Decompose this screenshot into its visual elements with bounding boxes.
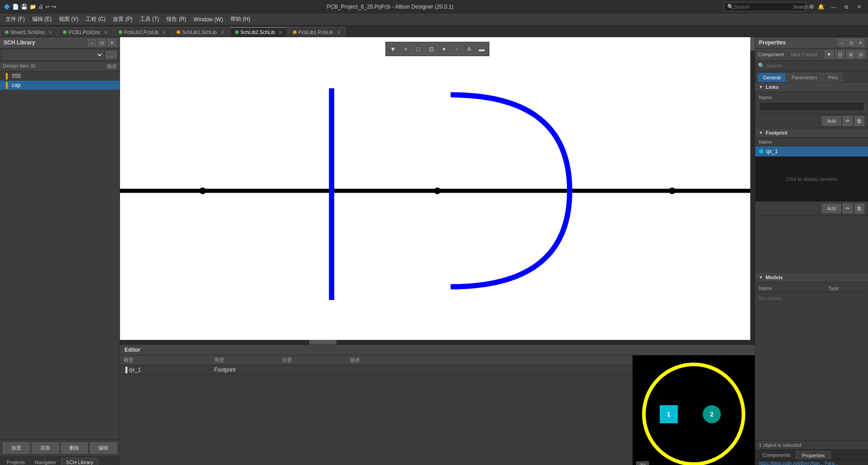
tab-pcb1[interactable]: PCB1.PcbDoc ✕ xyxy=(58,27,112,37)
tool-line[interactable]: ▬ xyxy=(476,44,488,54)
footprint-section-header[interactable]: ▼ Footprint xyxy=(755,128,868,138)
menu-place[interactable]: 放置 (P) xyxy=(109,15,136,24)
tab-sheet1[interactable]: Sheet1.SchDoc ✕ xyxy=(0,27,57,37)
prop-search-icon: 🔍 xyxy=(758,63,765,69)
component-filter-select[interactable] xyxy=(3,50,104,59)
fp-actions: Add ✏ 🗑 xyxy=(755,202,868,216)
settings-icon[interactable]: ⚙ xyxy=(809,4,814,10)
rbt-components[interactable]: Components xyxy=(757,451,796,460)
links-name-input[interactable] xyxy=(759,102,864,111)
tool-filter[interactable]: ▼ xyxy=(387,44,399,54)
fp-delete-icon[interactable]: 🗑 xyxy=(854,203,864,213)
comp-name-cap: cap xyxy=(12,82,117,88)
menubar: 文件 (F) 编辑 (E) 视图 (V) 工程 (C) 放置 (P) 工具 (T… xyxy=(0,14,868,25)
edit-btn[interactable]: 编辑 xyxy=(90,442,117,454)
comp-item-cap[interactable]: ▐ cap xyxy=(0,81,120,90)
menu-file[interactable]: 文件 (F) xyxy=(2,15,29,24)
tab-dot-schlib2 xyxy=(235,30,239,34)
add-btn[interactable]: 添加 xyxy=(32,442,59,454)
fp-preview-area[interactable]: Click to display preview xyxy=(755,156,868,202)
tool-select[interactable]: ⊡ xyxy=(425,44,437,54)
tab-projects[interactable]: Projects xyxy=(2,458,30,465)
tab-pcblib2[interactable]: PcbLib2.PcbLib ✕ xyxy=(114,27,171,37)
tab-close-pcblib1[interactable]: ✕ xyxy=(337,30,340,35)
models-section-header[interactable]: ▼ Models xyxy=(755,273,868,282)
tab-schlib1[interactable]: SchLib1.SchLib ✕ xyxy=(172,27,229,37)
prop-float-btn[interactable]: ⊡ xyxy=(847,39,855,46)
tab-sch-library[interactable]: SCH Library xyxy=(61,458,98,465)
tab-dot-pcblib2 xyxy=(119,30,122,34)
titlebar-search-input[interactable] xyxy=(734,4,793,10)
copy-btn-2[interactable]: ⊟ xyxy=(856,50,865,58)
tab-close-schlib1[interactable]: ✕ xyxy=(221,30,224,35)
col-desc: 描述 xyxy=(107,63,117,70)
prop-tab-general[interactable]: General xyxy=(758,73,786,82)
tool-cross[interactable]: + xyxy=(400,44,412,54)
tab-pcblib1[interactable]: PcbLib1.PcbLib ✕ xyxy=(288,27,345,37)
component-filter-btn[interactable]: ⊡ xyxy=(835,50,844,58)
minimize-button[interactable]: — xyxy=(828,2,839,11)
delete-btn[interactable]: 删除 xyxy=(61,442,88,454)
fp-item-qx1[interactable]: qx_1 xyxy=(755,146,868,156)
tab-dot-sheet1 xyxy=(5,30,9,34)
redo-icon[interactable]: ↪ xyxy=(52,4,56,10)
tab-bar: Sheet1.SchDoc ✕ PCB1.PcbDoc ✕ PcbLib2.Pc… xyxy=(0,25,868,37)
tab-navigator[interactable]: Navigator xyxy=(30,458,61,465)
prop-search-input[interactable] xyxy=(767,63,865,68)
tool-text[interactable]: A xyxy=(463,44,475,54)
models-section: Name Type No models xyxy=(755,282,868,305)
filter-add-btn[interactable]: … xyxy=(106,51,117,59)
canvas-area[interactable]: ▼ + □ ⊡ ✦ ◦ A ▬ xyxy=(120,37,755,344)
panel-minimize-btn[interactable]: – xyxy=(88,39,96,46)
editor-panel: Editor 模型 类型 位置 描述 ▐ qx_1 Footprint xyxy=(120,344,755,465)
fp-edit-icon[interactable]: ✏ xyxy=(843,203,853,213)
comp-item-555[interactable]: ▐ 555 xyxy=(0,72,120,81)
col-desc-editor: 描述 xyxy=(350,357,629,363)
prop-tab-parameters[interactable]: Parameters xyxy=(786,73,822,82)
menu-project[interactable]: 工程 (C) xyxy=(82,15,109,24)
undo-icon[interactable]: ↩ xyxy=(45,4,50,10)
titlebar-search[interactable]: 🔍 Search xyxy=(724,2,806,11)
tab-close-pcblib2[interactable]: ✕ xyxy=(162,30,166,35)
editor-table-area: 模型 类型 位置 描述 ▐ qx_1 Footprint xyxy=(120,355,633,465)
tool-star[interactable]: ✦ xyxy=(438,44,450,54)
canvas-scrollbar-h[interactable] xyxy=(120,340,750,344)
restore-button[interactable]: ⧉ xyxy=(841,2,852,11)
rbt-properties[interactable]: Properties xyxy=(796,451,830,460)
menu-help[interactable]: 帮助 (H) xyxy=(227,15,254,24)
panel-float-btn[interactable]: ⊡ xyxy=(98,39,106,46)
tab-close-pcb1[interactable]: ✕ xyxy=(104,30,108,35)
3d-label[interactable]: 3D xyxy=(636,461,649,465)
csdn-link[interactable]: https://blog.csdn.net/BerryNan... Para..… xyxy=(755,460,868,465)
menu-tools[interactable]: 工具 (T) xyxy=(136,15,163,24)
tab-close-sheet1[interactable]: ✕ xyxy=(48,30,52,35)
canvas-scrollbar-v[interactable] xyxy=(750,37,755,344)
tool-circle[interactable]: ◦ xyxy=(451,44,462,54)
close-button[interactable]: ✕ xyxy=(854,2,864,11)
menu-view[interactable]: 视图 (V) xyxy=(55,15,82,24)
footprint-svg: 1 2 xyxy=(635,355,753,465)
links-edit-icon[interactable]: ✏ xyxy=(843,116,853,126)
tab-close-schlib2[interactable]: ✕ xyxy=(278,30,282,35)
links-add-btn[interactable]: Add xyxy=(822,116,841,126)
prop-minimize-btn[interactable]: – xyxy=(838,39,846,46)
menu-window[interactable]: Window (W) xyxy=(190,15,226,24)
tab-schlib2[interactable]: SchLib2.SchLib ✕ xyxy=(230,27,287,37)
prop-tab-pins[interactable]: Pins xyxy=(823,73,843,82)
links-delete-icon[interactable]: 🗑 xyxy=(854,116,864,126)
panel-close-btn[interactable]: ✕ xyxy=(108,39,116,46)
tool-rect[interactable]: □ xyxy=(412,44,424,54)
prop-close-btn[interactable]: ✕ xyxy=(856,39,864,46)
canvas-scrollbar-thumb-h[interactable] xyxy=(309,340,336,344)
menu-edit[interactable]: 编辑 (E) xyxy=(29,15,55,24)
menu-report[interactable]: 报告 (R) xyxy=(163,15,190,24)
links-section-header[interactable]: ▼ Links xyxy=(755,82,868,92)
fp-add-btn[interactable]: Add xyxy=(822,204,841,213)
footprint-preview[interactable]: 1 2 3D xyxy=(633,355,755,465)
component-filter-icon[interactable]: ▼ xyxy=(825,50,834,58)
table-row[interactable]: ▐ qx_1 Footprint xyxy=(120,365,633,375)
copy-btn-1[interactable]: ⊞ xyxy=(846,50,855,58)
canvas-scrollbar-thumb-v[interactable] xyxy=(750,37,755,51)
notification-icon[interactable]: 🔔 xyxy=(818,4,825,10)
place-btn[interactable]: 放置 xyxy=(3,442,30,454)
